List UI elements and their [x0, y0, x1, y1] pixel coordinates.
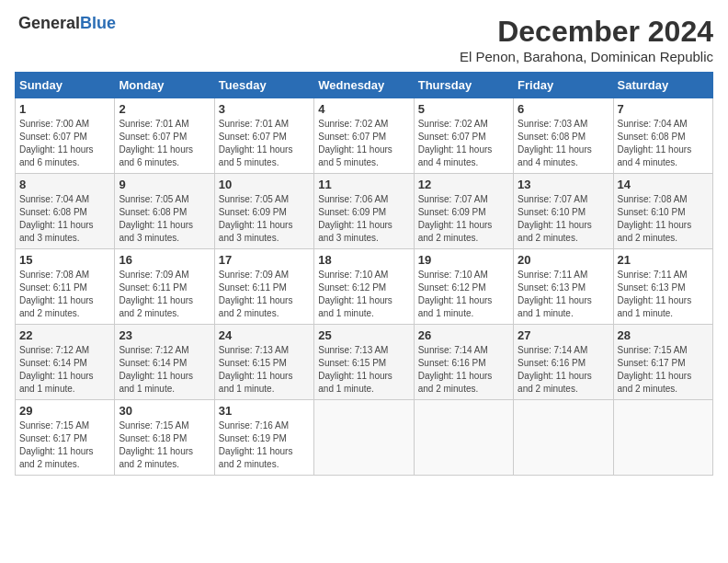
calendar-cell: 18 Sunrise: 7:10 AM Sunset: 6:12 PM Dayl… [314, 249, 414, 325]
weekday-header-sunday: Sunday [16, 73, 115, 98]
day-info: Sunrise: 7:07 AM Sunset: 6:10 PM Dayligh… [518, 193, 609, 245]
day-number: 2 [119, 102, 210, 116]
day-number: 9 [119, 178, 210, 191]
calendar-week-row: 22 Sunrise: 7:12 AM Sunset: 6:14 PM Dayl… [16, 325, 713, 400]
day-info: Sunrise: 7:07 AM Sunset: 6:09 PM Dayligh… [418, 193, 509, 245]
day-info: Sunrise: 7:15 AM Sunset: 6:18 PM Dayligh… [119, 419, 210, 471]
day-number: 10 [219, 178, 310, 191]
day-number: 5 [418, 102, 509, 116]
weekday-header-row: SundayMondayTuesdayWednesdayThursdayFrid… [16, 73, 713, 98]
day-info: Sunrise: 7:05 AM Sunset: 6:08 PM Dayligh… [119, 193, 210, 245]
calendar-cell: 6 Sunrise: 7:03 AM Sunset: 6:08 PM Dayli… [514, 98, 613, 174]
calendar-table: SundayMondayTuesdayWednesdayThursdayFrid… [15, 72, 713, 476]
calendar-cell [414, 400, 513, 476]
day-info: Sunrise: 7:10 AM Sunset: 6:12 PM Dayligh… [418, 269, 509, 320]
day-info: Sunrise: 7:14 AM Sunset: 6:16 PM Dayligh… [518, 344, 609, 396]
day-number: 24 [219, 328, 310, 342]
logo-blue: Blue [80, 14, 116, 32]
month-title: December 2024 [460, 15, 713, 49]
day-info: Sunrise: 7:05 AM Sunset: 6:09 PM Dayligh… [219, 193, 310, 245]
calendar-cell: 7 Sunrise: 7:04 AM Sunset: 6:08 PM Dayli… [613, 98, 712, 174]
day-number: 11 [318, 178, 409, 191]
calendar-cell: 10 Sunrise: 7:05 AM Sunset: 6:09 PM Dayl… [214, 174, 313, 249]
weekday-header-wednesday: Wednesday [314, 73, 414, 98]
day-info: Sunrise: 7:01 AM Sunset: 6:07 PM Dayligh… [219, 118, 310, 169]
day-number: 12 [418, 178, 509, 191]
weekday-header-monday: Monday [115, 73, 214, 98]
weekday-header-saturday: Saturday [613, 73, 712, 98]
calendar-cell [514, 400, 613, 476]
calendar-cell: 26 Sunrise: 7:14 AM Sunset: 6:16 PM Dayl… [414, 325, 513, 400]
day-number: 20 [518, 253, 609, 267]
day-number: 31 [219, 404, 310, 418]
calendar-week-row: 8 Sunrise: 7:04 AM Sunset: 6:08 PM Dayli… [16, 174, 713, 249]
day-number: 6 [518, 102, 609, 116]
weekday-header-thursday: Thursday [414, 73, 513, 98]
location-title: El Penon, Barahona, Dominican Republic [460, 49, 713, 64]
calendar-week-row: 15 Sunrise: 7:08 AM Sunset: 6:11 PM Dayl… [16, 249, 713, 325]
day-number: 19 [418, 253, 509, 267]
day-info: Sunrise: 7:11 AM Sunset: 6:13 PM Dayligh… [618, 269, 709, 320]
day-number: 21 [618, 253, 709, 267]
calendar-cell: 27 Sunrise: 7:14 AM Sunset: 6:16 PM Dayl… [514, 325, 613, 400]
calendar-cell: 16 Sunrise: 7:09 AM Sunset: 6:11 PM Dayl… [115, 249, 214, 325]
day-info: Sunrise: 7:13 AM Sunset: 6:15 PM Dayligh… [318, 344, 409, 396]
calendar-cell: 15 Sunrise: 7:08 AM Sunset: 6:11 PM Dayl… [16, 249, 115, 325]
day-number: 27 [518, 328, 609, 342]
calendar-cell: 24 Sunrise: 7:13 AM Sunset: 6:15 PM Dayl… [214, 325, 313, 400]
calendar-cell: 19 Sunrise: 7:10 AM Sunset: 6:12 PM Dayl… [414, 249, 513, 325]
calendar-cell: 23 Sunrise: 7:12 AM Sunset: 6:14 PM Dayl… [115, 325, 214, 400]
day-number: 8 [19, 178, 110, 191]
day-number: 4 [318, 102, 409, 116]
calendar-cell: 12 Sunrise: 7:07 AM Sunset: 6:09 PM Dayl… [414, 174, 513, 249]
calendar-cell: 31 Sunrise: 7:16 AM Sunset: 6:19 PM Dayl… [214, 400, 313, 476]
calendar-week-row: 1 Sunrise: 7:00 AM Sunset: 6:07 PM Dayli… [16, 98, 713, 174]
day-info: Sunrise: 7:09 AM Sunset: 6:11 PM Dayligh… [119, 269, 210, 320]
day-info: Sunrise: 7:09 AM Sunset: 6:11 PM Dayligh… [219, 269, 310, 320]
day-info: Sunrise: 7:02 AM Sunset: 6:07 PM Dayligh… [418, 118, 509, 169]
calendar-cell [613, 400, 712, 476]
day-info: Sunrise: 7:11 AM Sunset: 6:13 PM Dayligh… [518, 269, 609, 320]
day-number: 7 [618, 102, 709, 116]
day-number: 13 [518, 178, 609, 191]
calendar-cell: 11 Sunrise: 7:06 AM Sunset: 6:09 PM Dayl… [314, 174, 414, 249]
day-number: 14 [618, 178, 709, 191]
day-number: 22 [19, 328, 110, 342]
day-info: Sunrise: 7:15 AM Sunset: 6:17 PM Dayligh… [618, 344, 709, 396]
calendar-cell: 22 Sunrise: 7:12 AM Sunset: 6:14 PM Dayl… [16, 325, 115, 400]
logo-text: GeneralBlue [18, 15, 116, 33]
day-info: Sunrise: 7:12 AM Sunset: 6:14 PM Dayligh… [119, 344, 210, 396]
day-number: 1 [19, 102, 110, 116]
day-number: 25 [318, 328, 409, 342]
day-number: 18 [318, 253, 409, 267]
calendar-cell: 1 Sunrise: 7:00 AM Sunset: 6:07 PM Dayli… [16, 98, 115, 174]
weekday-header-tuesday: Tuesday [214, 73, 313, 98]
day-info: Sunrise: 7:13 AM Sunset: 6:15 PM Dayligh… [219, 344, 310, 396]
logo: GeneralBlue [15, 15, 116, 33]
calendar-cell: 30 Sunrise: 7:15 AM Sunset: 6:18 PM Dayl… [115, 400, 214, 476]
day-number: 17 [219, 253, 310, 267]
day-info: Sunrise: 7:01 AM Sunset: 6:07 PM Dayligh… [119, 118, 210, 169]
day-info: Sunrise: 7:04 AM Sunset: 6:08 PM Dayligh… [618, 118, 709, 169]
day-info: Sunrise: 7:03 AM Sunset: 6:08 PM Dayligh… [518, 118, 609, 169]
calendar-cell: 5 Sunrise: 7:02 AM Sunset: 6:07 PM Dayli… [414, 98, 513, 174]
day-number: 23 [119, 328, 210, 342]
calendar-cell: 2 Sunrise: 7:01 AM Sunset: 6:07 PM Dayli… [115, 98, 214, 174]
calendar-cell [314, 400, 414, 476]
day-info: Sunrise: 7:02 AM Sunset: 6:07 PM Dayligh… [318, 118, 409, 169]
day-info: Sunrise: 7:16 AM Sunset: 6:19 PM Dayligh… [219, 419, 310, 471]
day-info: Sunrise: 7:10 AM Sunset: 6:12 PM Dayligh… [318, 269, 409, 320]
day-info: Sunrise: 7:04 AM Sunset: 6:08 PM Dayligh… [19, 193, 110, 245]
day-number: 30 [119, 404, 210, 418]
calendar-cell: 9 Sunrise: 7:05 AM Sunset: 6:08 PM Dayli… [115, 174, 214, 249]
logo-general: General [18, 14, 80, 32]
day-info: Sunrise: 7:15 AM Sunset: 6:17 PM Dayligh… [19, 419, 110, 471]
calendar-cell: 8 Sunrise: 7:04 AM Sunset: 6:08 PM Dayli… [16, 174, 115, 249]
calendar-cell: 21 Sunrise: 7:11 AM Sunset: 6:13 PM Dayl… [613, 249, 712, 325]
calendar-cell: 17 Sunrise: 7:09 AM Sunset: 6:11 PM Dayl… [214, 249, 313, 325]
calendar-cell: 28 Sunrise: 7:15 AM Sunset: 6:17 PM Dayl… [613, 325, 712, 400]
day-info: Sunrise: 7:14 AM Sunset: 6:16 PM Dayligh… [418, 344, 509, 396]
calendar-cell: 14 Sunrise: 7:08 AM Sunset: 6:10 PM Dayl… [613, 174, 712, 249]
calendar-body: 1 Sunrise: 7:00 AM Sunset: 6:07 PM Dayli… [16, 98, 713, 476]
calendar-cell: 4 Sunrise: 7:02 AM Sunset: 6:07 PM Dayli… [314, 98, 414, 174]
